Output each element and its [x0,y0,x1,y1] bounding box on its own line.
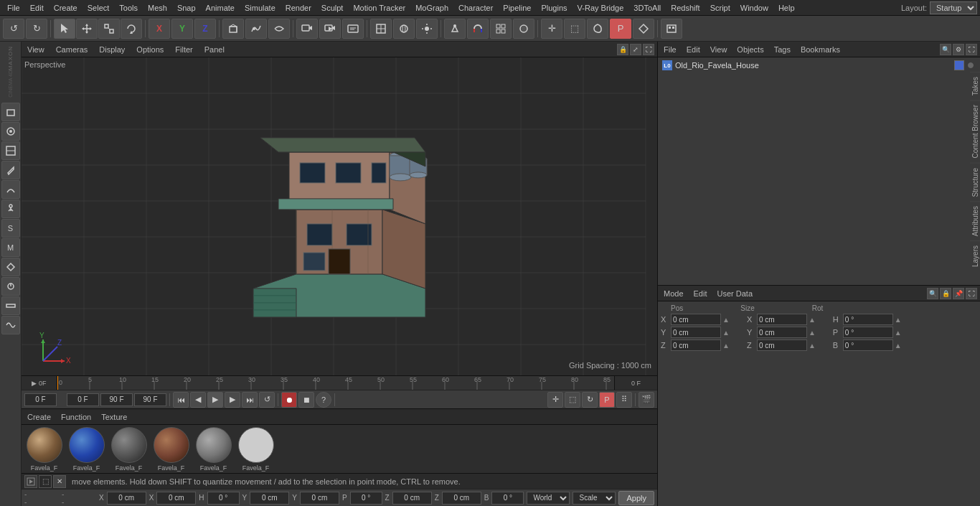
playback-next-frame[interactable]: ▶ [225,392,240,408]
playback-button[interactable]: P [610,19,631,39]
attr-z2-input[interactable] [757,339,807,351]
status-icon-3[interactable]: ✕ [53,475,66,488]
pb-grid-tool[interactable]: ⠿ [616,392,632,408]
sidebar-motion-tool[interactable]: M [1,238,20,257]
3d-viewport[interactable]: Perspective Grid Spacing : 1000 cm X Y Z [22,57,657,375]
material-item-1[interactable]: Favela_F [24,427,64,472]
attr-y1-up[interactable]: ▲ [722,329,730,337]
bottom-y2-input[interactable] [300,492,339,505]
z-axis-button[interactable]: Z [194,19,216,39]
mat-menu-create[interactable]: Create [24,411,54,423]
sidebar-deform-tool[interactable] [1,180,20,199]
menu-vray[interactable]: V-Ray Bridge [573,2,628,14]
pb-play-tool[interactable]: P [599,392,615,408]
obj-menu-file[interactable]: File [661,44,679,55]
attr-pin-btn[interactable]: 📌 [953,288,964,299]
playback-record-active[interactable]: ⏺ [281,392,297,408]
attr-h-input[interactable] [843,314,893,325]
bottom-h-input[interactable] [207,492,240,505]
menu-redshift[interactable]: Redshift [666,2,704,14]
vp-menu-filter[interactable]: Filter [172,44,195,55]
lasso-button[interactable] [587,19,608,39]
material-item-3[interactable]: Favela_F [109,427,149,472]
obj-menu-tags[interactable]: Tags [771,44,793,55]
menu-character[interactable]: Character [454,2,497,14]
y-axis-button[interactable]: Y [171,19,193,39]
bottom-b-input[interactable] [491,492,524,505]
menu-motion-tracker[interactable]: Motion Tracker [349,2,410,14]
attr-y2-up[interactable]: ▲ [809,329,816,337]
attr-expand-btn[interactable]: ⛶ [966,288,977,299]
object-row-house[interactable]: L0 Old_Rio_Favela_House [659,59,979,72]
undo-button[interactable]: ↺ [3,19,24,39]
scale-tool-button[interactable] [98,19,120,39]
film-strip-button[interactable] [661,19,682,39]
menu-script[interactable]: Script [706,2,735,14]
attr-x2-input[interactable] [757,314,807,325]
material-item-2[interactable]: Favela_F [67,427,106,472]
vp-menu-options[interactable]: Options [133,44,166,55]
attr-p-up[interactable]: ▲ [895,329,902,337]
move-tool-button[interactable] [76,19,98,39]
playback-prev-frame[interactable]: ◀ [190,392,206,408]
playback-play-forward[interactable]: ▶ [207,392,223,408]
grid-button[interactable] [490,19,512,39]
render-active-button[interactable] [319,19,341,39]
bottom-z2-input[interactable] [442,492,481,505]
object-button[interactable] [222,19,244,39]
menu-mograph[interactable]: MoGraph [411,2,453,14]
menu-snap[interactable]: Snap [173,2,200,14]
menu-file[interactable]: File [3,2,24,14]
attr-p-input[interactable] [843,327,893,338]
menu-pipeline[interactable]: Pipeline [499,2,535,14]
mat-menu-texture[interactable]: Texture [98,411,130,423]
material-item-4[interactable]: Favela_F [151,427,191,472]
mat-menu-function[interactable]: Function [58,411,94,423]
obj-menu-edit[interactable]: Edit [684,44,703,55]
bottom-p-input[interactable] [350,492,382,505]
scale-dropdown[interactable]: Scale Size [573,492,616,505]
attr-h-up[interactable]: ▲ [895,316,902,324]
bottom-y-input[interactable] [250,492,289,505]
obj-search-btn[interactable]: 🔍 [940,44,951,55]
sidebar-uv-tool[interactable] [1,141,20,160]
playback-end-frame-1[interactable] [100,393,133,406]
playback-stop[interactable]: ⏹ [298,392,314,408]
sidebar-extra-4[interactable] [1,316,20,334]
menu-tools[interactable]: Tools [115,2,142,14]
menu-edit[interactable]: Edit [26,2,48,14]
x-axis-button[interactable]: X [149,19,170,39]
attr-menu-mode[interactable]: Mode [661,288,687,299]
material-item-5[interactable]: Favela_F [194,427,233,472]
sidebar-extra-3[interactable] [1,296,20,315]
playback-start-field[interactable] [24,393,57,406]
keyframe-button[interactable] [633,19,654,39]
obj-expand-btn[interactable]: ⛶ [966,44,977,55]
attr-lock-btn[interactable]: 🔒 [940,288,951,299]
pb-select-tool[interactable]: ⬚ [565,392,580,408]
timeline[interactable]: ▶ 0F 0 5 10 15 [22,375,657,390]
status-icon-1[interactable] [24,475,37,488]
vp-menu-cameras[interactable]: Cameras [53,44,91,55]
menu-animate[interactable]: Animate [202,2,239,14]
attr-z1-input[interactable] [671,339,721,351]
attr-x1-up[interactable]: ▲ [722,316,730,324]
vp-menu-view[interactable]: View [24,44,47,55]
light-button[interactable] [416,19,438,39]
attr-search-btn[interactable]: 🔍 [927,288,938,299]
material-preview-button[interactable] [513,19,534,39]
sidebar-extra-1[interactable] [1,258,20,276]
attr-z2-up[interactable]: ▲ [809,342,816,350]
tab-layers[interactable]: Layers [970,240,980,271]
pb-rotate-tool[interactable]: ↻ [582,392,598,408]
obj-menu-bookmarks[interactable]: Bookmarks [798,44,843,55]
menu-render[interactable]: Render [281,2,316,14]
tab-content-browser[interactable]: Content Browser [970,100,980,162]
menu-mesh[interactable]: Mesh [143,2,171,14]
obj-filter-btn[interactable]: ⚙ [953,44,964,55]
tab-structure[interactable]: Structure [970,163,980,202]
nurbs-button[interactable] [268,19,290,39]
vp-menu-display[interactable]: Display [96,44,128,55]
render-view-button[interactable] [296,19,318,39]
obj-tag-2[interactable] [968,62,974,68]
